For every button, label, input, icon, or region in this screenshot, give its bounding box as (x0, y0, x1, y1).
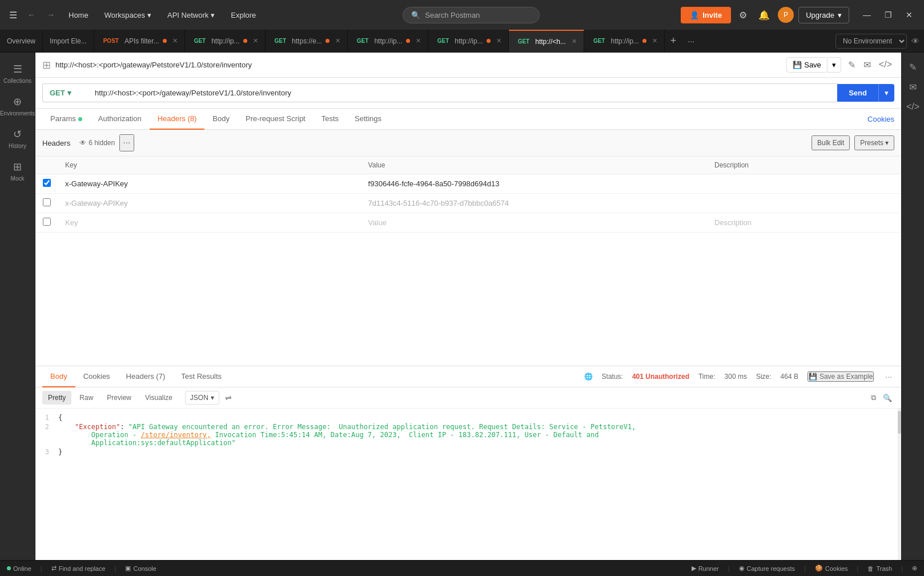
row2-key[interactable]: x-Gateway-APIKey (58, 194, 361, 213)
tab-settings[interactable]: Settings (347, 109, 389, 130)
right-statusbar-icon[interactable]: ⊕ (912, 565, 917, 572)
save-dropdown-button[interactable]: ▾ (827, 57, 841, 73)
row1-description[interactable] (708, 174, 878, 194)
row3-key[interactable]: Key (58, 213, 361, 233)
scrollbar-track[interactable] (898, 409, 901, 560)
send-dropdown-button[interactable]: ▾ (878, 84, 894, 102)
avatar-icon[interactable]: P (778, 7, 794, 23)
row2-checkbox[interactable] (43, 198, 51, 206)
right-code-icon[interactable]: </> (902, 97, 924, 117)
more-tabs-button[interactable]: ··· (682, 37, 700, 46)
tab-close-icon[interactable]: ✕ (253, 37, 258, 45)
copy-icon[interactable]: ⧉ (869, 391, 878, 405)
send-button[interactable]: Send (837, 84, 878, 102)
row3-value[interactable]: Value (361, 213, 708, 233)
search-response-icon[interactable]: 🔍 (881, 391, 894, 405)
bell-icon[interactable]: 🔔 (755, 6, 773, 24)
row2-description[interactable] (708, 194, 878, 213)
nav-forward[interactable]: → (43, 8, 58, 22)
console-button[interactable]: ▣ Console (125, 565, 156, 572)
bulk-edit-button[interactable]: Bulk Edit (811, 135, 850, 150)
settings-icon[interactable]: ⚙ (736, 6, 750, 24)
row3-checkbox[interactable] (43, 218, 51, 226)
nav-back[interactable]: ← (24, 8, 39, 22)
explore-nav[interactable]: Explore (225, 7, 262, 23)
cookies-statusbar-button[interactable]: 🍪 Cookies (815, 565, 848, 572)
right-comment-icon[interactable]: ✉ (905, 77, 921, 97)
tab-close-icon[interactable]: ✕ (335, 37, 340, 45)
find-replace-button[interactable]: ⇄ Find and replace (51, 565, 106, 572)
fmt-tab-visualize[interactable]: Visualize (139, 391, 178, 405)
search-bar[interactable]: 🔍 Search Postman (403, 7, 540, 23)
scrollbar-thumb[interactable] (898, 411, 901, 434)
save-example-button[interactable]: 💾 Save as Example (808, 371, 874, 382)
sidebar-item-mock[interactable]: ⊞ Mock (0, 155, 35, 187)
trash-button[interactable]: 🗑 Trash (867, 565, 892, 572)
tab-get5[interactable]: GET http://ip... ✕ (584, 30, 665, 52)
row2-check-cell[interactable] (35, 194, 58, 213)
method-selector[interactable]: GET ▾ (42, 83, 88, 102)
tab-get4[interactable]: GET http://ip... ✕ (428, 30, 509, 52)
resp-tab-headers[interactable]: Headers (7) (118, 366, 174, 387)
environment-selector[interactable]: No Environment (835, 34, 907, 49)
sidebar-item-collections[interactable]: ☰ Collections (0, 57, 35, 90)
tab-pre-request[interactable]: Pre-request Script (238, 109, 314, 130)
fmt-tab-raw[interactable]: Raw (74, 391, 99, 405)
api-network-nav[interactable]: API Network ▾ (162, 7, 220, 23)
tab-tests[interactable]: Tests (314, 109, 347, 130)
tab-post-apis[interactable]: POST APIs filter... ✕ (94, 30, 185, 52)
tab-overview[interactable]: Overview (0, 30, 43, 52)
tab-get-active[interactable]: GET http://<h... ✕ (509, 30, 584, 52)
fmt-tab-pretty[interactable]: Pretty (42, 391, 71, 405)
edit-icon[interactable]: ✎ (846, 57, 858, 73)
row3-description[interactable]: Description (708, 213, 878, 233)
capture-button[interactable]: ◉ Capture requests (739, 565, 795, 572)
tab-close-icon[interactable]: ✕ (572, 38, 577, 45)
format-selector[interactable]: JSON ▾ (185, 391, 219, 405)
workspaces-nav[interactable]: Workspaces ▾ (99, 7, 157, 23)
cookies-link[interactable]: Cookies (867, 115, 894, 123)
wrap-icon[interactable]: ⇌ (222, 391, 235, 405)
row2-value[interactable]: 7d1143c4-5116-4c70-b937-d7bbbc0a6574 (361, 194, 708, 213)
right-edit-icon[interactable]: ✎ (905, 57, 921, 77)
tab-close-icon[interactable]: ✕ (416, 37, 421, 45)
row1-checkbox[interactable] (43, 179, 51, 187)
tab-import[interactable]: Import Ele... (43, 30, 94, 52)
fmt-tab-preview[interactable]: Preview (101, 391, 137, 405)
menu-icon[interactable]: ☰ (7, 7, 19, 23)
tab-authorization[interactable]: Authorization (90, 109, 150, 130)
headers-more-button[interactable]: ··· (119, 134, 134, 151)
sidebar-item-history[interactable]: ↺ History (0, 122, 35, 155)
hidden-headers-toggle[interactable]: 👁 6 hidden (79, 139, 115, 147)
presets-button[interactable]: Presets ▾ (854, 135, 894, 150)
tab-headers[interactable]: Headers (8) (150, 109, 205, 130)
tab-close-icon[interactable]: ✕ (172, 37, 178, 45)
resp-tab-cookies[interactable]: Cookies (75, 366, 118, 387)
resp-tab-test-results[interactable]: Test Results (173, 366, 230, 387)
sidebar-item-environments[interactable]: ⊕ Environments (0, 90, 35, 122)
row1-value[interactable]: f9306446-fcfe-4964-8a50-7998d694d13 (361, 174, 708, 194)
upgrade-button[interactable]: Upgrade ▾ (798, 7, 849, 23)
save-button[interactable]: 💾 Save (786, 57, 827, 73)
tab-params[interactable]: Params (42, 109, 90, 130)
resp-tab-body[interactable]: Body (42, 366, 75, 387)
restore-button[interactable]: ❐ (880, 8, 897, 22)
env-settings-icon[interactable]: 👁 (911, 37, 919, 46)
runner-button[interactable]: ▶ Runner (692, 565, 719, 572)
row1-check-cell[interactable] (35, 174, 58, 194)
comment-icon[interactable]: ✉ (861, 57, 873, 73)
code-icon[interactable]: </> (877, 57, 894, 73)
row1-key[interactable]: x-Gateway-APIKey (58, 174, 361, 194)
close-button[interactable]: ✕ (901, 8, 917, 22)
tab-close-icon[interactable]: ✕ (652, 37, 657, 45)
response-more-button[interactable]: ··· (883, 372, 894, 381)
minimize-button[interactable]: — (858, 8, 875, 22)
home-nav[interactable]: Home (63, 7, 94, 23)
tab-get2[interactable]: GET https://e... ✕ (266, 30, 348, 52)
tab-close-icon[interactable]: ✕ (496, 37, 501, 45)
tab-get3[interactable]: GET http://ip... ✕ (348, 30, 428, 52)
tab-body[interactable]: Body (204, 109, 238, 130)
new-tab-button[interactable]: + (665, 35, 682, 47)
row3-check-cell[interactable] (35, 213, 58, 233)
status-online[interactable]: Online (7, 565, 31, 572)
